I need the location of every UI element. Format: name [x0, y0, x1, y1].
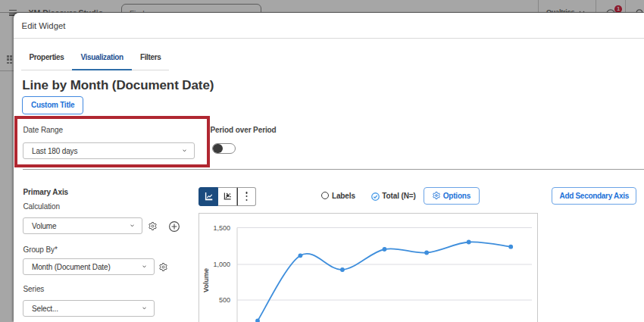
- svg-text:1,000: 1,000: [213, 261, 230, 268]
- svg-text:Volume: Volume: [202, 268, 210, 292]
- svg-text:1,500: 1,500: [213, 224, 230, 231]
- svg-text:500: 500: [218, 296, 230, 304]
